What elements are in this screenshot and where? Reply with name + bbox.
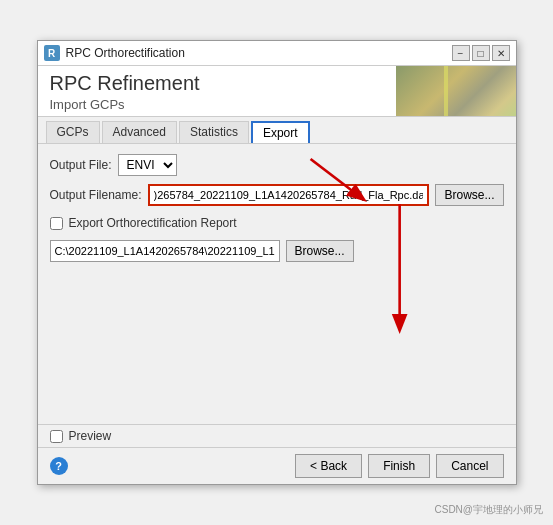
minimize-button[interactable]: − — [452, 45, 470, 61]
preview-label: Preview — [69, 429, 112, 443]
main-window: R RPC Orthorectification − □ ✕ RPC Refin… — [37, 40, 517, 485]
export-report-checkbox[interactable] — [50, 217, 63, 230]
path-browse-button[interactable]: Browse... — [286, 240, 354, 262]
output-filename-input[interactable] — [148, 184, 430, 206]
help-button[interactable]: ? — [50, 457, 68, 475]
header-section: RPC Refinement Import GCPs — [38, 66, 516, 117]
maximize-button[interactable]: □ — [472, 45, 490, 61]
preview-row: Preview — [38, 424, 516, 447]
footer-left: ? — [50, 457, 68, 475]
tabs-row: GCPs Advanced Statistics Export — [38, 117, 516, 144]
tab-advanced[interactable]: Advanced — [102, 121, 177, 143]
output-file-select[interactable]: ENVI — [118, 154, 177, 176]
preview-checkbox[interactable] — [50, 430, 63, 443]
app-icon: R — [44, 45, 60, 61]
output-filename-label: Output Filename: — [50, 188, 142, 202]
export-report-row: Export Orthorectification Report — [50, 216, 504, 230]
window-controls: − □ ✕ — [452, 45, 510, 61]
path-input[interactable] — [50, 240, 280, 262]
finish-button[interactable]: Finish — [368, 454, 430, 478]
tab-statistics[interactable]: Statistics — [179, 121, 249, 143]
tab-export[interactable]: Export — [251, 121, 310, 143]
window-title: RPC Orthorectification — [66, 46, 446, 60]
watermark: CSDN@宇地理的小师兄 — [435, 503, 544, 517]
close-button[interactable]: ✕ — [492, 45, 510, 61]
export-report-label: Export Orthorectification Report — [69, 216, 237, 230]
footer-buttons: < Back Finish Cancel — [295, 454, 503, 478]
tab-gcps[interactable]: GCPs — [46, 121, 100, 143]
path-row: Browse... — [50, 240, 504, 262]
content-area: Output File: ENVI Output Filename: Brows… — [38, 144, 516, 424]
footer: ? < Back Finish Cancel — [38, 447, 516, 484]
back-button[interactable]: < Back — [295, 454, 362, 478]
output-file-row: Output File: ENVI — [50, 154, 504, 176]
output-filename-browse-button[interactable]: Browse... — [435, 184, 503, 206]
header-image — [396, 66, 516, 117]
cancel-button[interactable]: Cancel — [436, 454, 503, 478]
title-bar: R RPC Orthorectification − □ ✕ — [38, 41, 516, 66]
output-file-label: Output File: — [50, 158, 112, 172]
output-filename-row: Output Filename: Browse... — [50, 184, 504, 206]
